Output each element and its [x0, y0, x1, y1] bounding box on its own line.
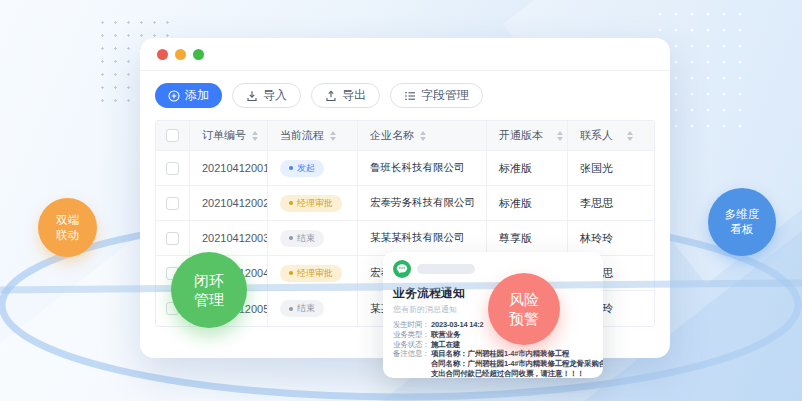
import-button-label: 导入	[263, 87, 287, 104]
field-value: 施工在建	[431, 340, 460, 350]
flow-cell: 结束	[268, 291, 358, 326]
export-button[interactable]: 导出	[311, 83, 380, 108]
status-label: 结束	[297, 232, 315, 245]
table-row: 20210412001 发起 鲁班长科技有限公司 标准版 张国光	[156, 151, 654, 186]
window-zoom-button[interactable]	[193, 49, 204, 60]
remark-line: 合同名称：广州碧桂园1-4#市内精装修工程龙骨采购合同	[431, 359, 603, 369]
badge-label: 预警	[509, 309, 539, 329]
window-minimize-button[interactable]	[175, 49, 186, 60]
badge-label: 管理	[194, 290, 224, 310]
add-button[interactable]: 添加	[155, 83, 222, 108]
sort-icon[interactable]	[252, 131, 258, 141]
row-checkbox-cell	[156, 186, 190, 220]
row-checkbox-cell	[156, 221, 190, 255]
header-flow-label: 当前流程	[280, 128, 324, 143]
skeleton-placeholder	[417, 264, 475, 274]
table-header-row: 订单编号 当前流程 企业名称 开通版本 联系人	[156, 121, 654, 151]
field-label: 备注信息：	[393, 349, 431, 378]
sort-icon[interactable]	[330, 131, 336, 141]
window-close-button[interactable]	[157, 49, 168, 60]
row-checkbox[interactable]	[166, 232, 179, 245]
field-label: 发生时间：	[393, 320, 431, 330]
sort-icon[interactable]	[557, 131, 563, 141]
company-cell: 宏泰劳务科技有限公司	[358, 186, 487, 220]
export-icon	[325, 90, 337, 102]
version-value: 标准版	[499, 161, 532, 176]
flow-cell: 发起	[268, 151, 358, 185]
status-pill: 结束	[280, 230, 324, 247]
company-value: 鲁班长科技有限公司	[370, 161, 465, 175]
row-checkbox-cell	[156, 151, 190, 185]
badge-label: 联动	[56, 228, 79, 243]
field-management-button[interactable]: 字段管理	[390, 83, 483, 108]
status-pill: 经理审批	[280, 195, 342, 212]
contact-cell: 张国光	[568, 151, 656, 185]
version-value: 尊享版	[499, 231, 532, 246]
import-button[interactable]: 导入	[232, 83, 301, 108]
badge-multidimensional-dashboard: 多维度 看板	[708, 188, 776, 256]
badge-risk-alert: 风险 预警	[488, 273, 560, 345]
badge-label: 看板	[731, 222, 754, 237]
header-contact[interactable]: 联系人	[568, 121, 656, 150]
remark-line: 支出合同付款已经超过合同收票，请注意！！！	[431, 369, 603, 378]
table-row: 20210412002 经理审批 宏泰劳务科技有限公司 标准版 李思思	[156, 186, 654, 221]
company-value: 某某某科技有限公司	[370, 231, 465, 245]
sort-icon[interactable]	[420, 131, 426, 141]
row-checkbox[interactable]	[166, 197, 179, 210]
status-label: 结束	[297, 302, 315, 315]
notification-field-state: 业务状态： 施工在建	[393, 340, 593, 350]
company-cell: 鲁班长科技有限公司	[358, 151, 487, 185]
header-version[interactable]: 开通版本	[487, 121, 568, 150]
notification-field-remark: 备注信息： 项目名称：广州碧桂园1-4#市内精装修工程 合同名称：广州碧桂园1-…	[393, 349, 593, 378]
toolbar: 添加 导入 导出	[140, 71, 670, 108]
notification-header	[393, 260, 593, 278]
header-version-label: 开通版本	[499, 128, 543, 143]
flow-cell: 经理审批	[268, 186, 358, 220]
status-label: 经理审批	[297, 197, 333, 210]
order-cell: 20210412001	[190, 151, 268, 185]
contact-value: 林玲玲	[580, 231, 613, 246]
badge-label: 双端	[56, 213, 79, 228]
export-button-label: 导出	[342, 87, 366, 104]
status-label: 发起	[297, 162, 315, 175]
badge-dual-link: 双端 联动	[38, 198, 97, 257]
field-list-icon	[404, 90, 416, 102]
field-label: 业务类型：	[393, 330, 431, 340]
contact-value: 李思思	[580, 196, 613, 211]
version-cell: 标准版	[487, 186, 568, 220]
notification-field-type: 业务类型： 联营业务	[393, 330, 593, 340]
header-contact-label: 联系人	[580, 128, 613, 143]
select-all-checkbox[interactable]	[166, 129, 179, 142]
badge-label: 多维度	[725, 207, 760, 222]
add-button-label: 添加	[185, 87, 209, 104]
order-value: 20210412003	[202, 232, 268, 244]
field-label: 业务状态：	[393, 340, 431, 350]
order-value: 20210412002	[202, 197, 268, 209]
status-pill: 结束	[280, 300, 324, 317]
header-order[interactable]: 订单编号	[190, 121, 268, 150]
table-row: 20210412003 结束 某某某科技有限公司 尊享版 林玲玲	[156, 221, 654, 256]
order-value: 20210412001	[202, 162, 268, 174]
company-value: 宏泰劳务科技有限公司	[370, 196, 475, 210]
order-cell: 20210412003	[190, 221, 268, 255]
status-label: 经理审批	[297, 267, 333, 280]
contact-cell: 林玲玲	[568, 221, 656, 255]
header-company[interactable]: 企业名称	[358, 121, 487, 150]
contact-cell: 李思思	[568, 186, 656, 220]
flow-cell: 结束	[268, 221, 358, 255]
contact-value: 张国光	[580, 161, 613, 176]
header-company-label: 企业名称	[370, 128, 414, 143]
version-cell: 尊享版	[487, 221, 568, 255]
sort-icon[interactable]	[627, 131, 633, 141]
header-flow[interactable]: 当前流程	[268, 121, 358, 150]
row-checkbox[interactable]	[166, 162, 179, 175]
field-value: 联营业务	[431, 330, 460, 340]
badge-label: 风险	[509, 290, 539, 310]
field-value: 2023-03-14 14:2	[431, 320, 483, 330]
version-value: 标准版	[499, 196, 532, 211]
field-management-button-label: 字段管理	[421, 87, 469, 104]
field-value: 项目名称：广州碧桂园1-4#市内精装修工程 合同名称：广州碧桂园1-4#市内精装…	[431, 349, 603, 378]
company-cell: 某某某科技有限公司	[358, 221, 487, 255]
import-icon	[246, 90, 258, 102]
order-cell: 20210412002	[190, 186, 268, 220]
